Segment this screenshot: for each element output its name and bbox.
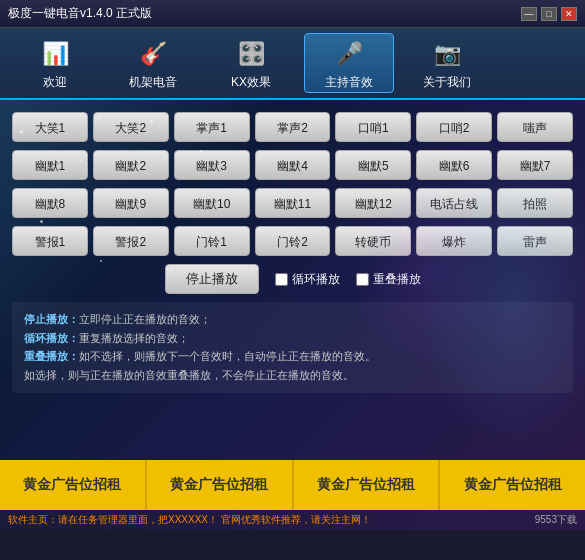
stop-button[interactable]: 停止播放 bbox=[165, 264, 259, 294]
sound-btn-幽默3[interactable]: 幽默3 bbox=[174, 150, 250, 180]
nav-item-host-sound[interactable]: 🎤主持音效 bbox=[304, 33, 394, 93]
maximize-button[interactable]: □ bbox=[541, 7, 557, 21]
sound-btn-幽默5[interactable]: 幽默5 bbox=[335, 150, 411, 180]
sound-btn-幽默9[interactable]: 幽默9 bbox=[93, 188, 169, 218]
sound-btn-口哨1[interactable]: 口哨1 bbox=[335, 112, 411, 142]
status-left-text: 软件主页：请在任务管理器里面，把XXXXXX！ 官网优秀软件推荐，请关注主网！ bbox=[8, 513, 371, 527]
desc-text: 如不选择，则播放下一个音效时，自动停止正在播放的音效。 bbox=[79, 350, 376, 362]
ad-bar: 黄金广告位招租黄金广告位招租黄金广告位招租黄金广告位招租 bbox=[0, 460, 585, 510]
sound-buttons-row1: 大笑1大笑2掌声1掌声2口哨1口哨2嗤声 bbox=[12, 112, 573, 142]
sound-btn-幽默6[interactable]: 幽默6 bbox=[416, 150, 492, 180]
sound-btn-门铃1[interactable]: 门铃1 bbox=[174, 226, 250, 256]
description-area: 停止播放：立即停止正在播放的音效；循环播放：重复播放选择的音效；重叠播放：如不选… bbox=[12, 302, 573, 393]
sound-btn-口哨2[interactable]: 口哨2 bbox=[416, 112, 492, 142]
repeat-checkbox[interactable] bbox=[356, 273, 369, 286]
status-bar: 软件主页：请在任务管理器里面，把XXXXXX！ 官网优秀软件推荐，请关注主网！ … bbox=[0, 510, 585, 530]
sound-btn-幽默4[interactable]: 幽默4 bbox=[255, 150, 331, 180]
sound-btn-雷声[interactable]: 雷声 bbox=[497, 226, 573, 256]
nav-label-host-sound: 主持音效 bbox=[325, 74, 373, 91]
sound-btn-电话占线[interactable]: 电话占线 bbox=[416, 188, 492, 218]
desc-text: 立即停止正在播放的音效； bbox=[79, 313, 211, 325]
sound-btn-警报2[interactable]: 警报2 bbox=[93, 226, 169, 256]
welcome-icon: 📊 bbox=[37, 36, 73, 72]
sound-btn-幽默2[interactable]: 幽默2 bbox=[93, 150, 169, 180]
desc-label: 重叠播放： bbox=[24, 350, 79, 362]
about-icon: 📷 bbox=[429, 36, 465, 72]
desc-line: 停止播放：立即停止正在播放的音效； bbox=[24, 310, 561, 329]
loop-checkbox[interactable] bbox=[275, 273, 288, 286]
desc-text: 如选择，则与正在播放的音效重叠播放，不会停止正在播放的音效。 bbox=[24, 369, 354, 381]
desc-line: 如选择，则与正在播放的音效重叠播放，不会停止正在播放的音效。 bbox=[24, 366, 561, 385]
sound-btn-幽默7[interactable]: 幽默7 bbox=[497, 150, 573, 180]
nav-bar: 📊欢迎🎸机架电音🎛️KX效果🎤主持音效📷关于我们 bbox=[0, 28, 585, 100]
loop-checkbox-label[interactable]: 循环播放 bbox=[275, 271, 340, 288]
title-text: 极度一键电音v1.4.0 正式版 bbox=[8, 5, 152, 22]
nav-item-rack-sound[interactable]: 🎸机架电音 bbox=[108, 33, 198, 93]
sound-btn-爆炸[interactable]: 爆炸 bbox=[416, 226, 492, 256]
rack-sound-icon: 🎸 bbox=[135, 36, 171, 72]
sound-btn-幽默10[interactable]: 幽默10 bbox=[174, 188, 250, 218]
sound-btn-掌声1[interactable]: 掌声1 bbox=[174, 112, 250, 142]
sound-buttons-row2: 幽默1幽默2幽默3幽默4幽默5幽默6幽默7 bbox=[12, 150, 573, 180]
main-content: 大笑1大笑2掌声1掌声2口哨1口哨2嗤声 幽默1幽默2幽默3幽默4幽默5幽默6幽… bbox=[0, 100, 585, 460]
desc-label: 停止播放： bbox=[24, 313, 79, 325]
status-right-text: 9553下载 bbox=[535, 513, 577, 527]
desc-line: 循环播放：重复播放选择的音效； bbox=[24, 329, 561, 348]
host-sound-icon: 🎤 bbox=[331, 36, 367, 72]
ad-item-1[interactable]: 黄金广告位招租 bbox=[147, 460, 294, 510]
ad-item-2[interactable]: 黄金广告位招租 bbox=[294, 460, 441, 510]
desc-text: 重复播放选择的音效； bbox=[79, 332, 189, 344]
sound-btn-幽默11[interactable]: 幽默11 bbox=[255, 188, 331, 218]
kx-effect-icon: 🎛️ bbox=[233, 36, 269, 72]
sound-btn-嗤声[interactable]: 嗤声 bbox=[497, 112, 573, 142]
control-row: 停止播放 循环播放 重叠播放 bbox=[12, 264, 573, 294]
minimize-button[interactable]: — bbox=[521, 7, 537, 21]
nav-label-rack-sound: 机架电音 bbox=[129, 74, 177, 91]
title-bar: 极度一键电音v1.4.0 正式版 — □ ✕ bbox=[0, 0, 585, 28]
repeat-checkbox-label[interactable]: 重叠播放 bbox=[356, 271, 421, 288]
desc-line: 重叠播放：如不选择，则播放下一个音效时，自动停止正在播放的音效。 bbox=[24, 347, 561, 366]
title-controls: — □ ✕ bbox=[521, 7, 577, 21]
nav-label-kx-effect: KX效果 bbox=[231, 74, 271, 91]
sound-btn-幽默1[interactable]: 幽默1 bbox=[12, 150, 88, 180]
repeat-label: 重叠播放 bbox=[373, 271, 421, 288]
sound-btn-警报1[interactable]: 警报1 bbox=[12, 226, 88, 256]
nav-item-welcome[interactable]: 📊欢迎 bbox=[10, 33, 100, 93]
sound-btn-转硬币[interactable]: 转硬币 bbox=[335, 226, 411, 256]
nav-label-welcome: 欢迎 bbox=[43, 74, 67, 91]
sound-btn-掌声2[interactable]: 掌声2 bbox=[255, 112, 331, 142]
nav-item-kx-effect[interactable]: 🎛️KX效果 bbox=[206, 33, 296, 93]
sound-btn-大笑2[interactable]: 大笑2 bbox=[93, 112, 169, 142]
sound-btn-大笑1[interactable]: 大笑1 bbox=[12, 112, 88, 142]
sound-btn-门铃2[interactable]: 门铃2 bbox=[255, 226, 331, 256]
sound-btn-幽默8[interactable]: 幽默8 bbox=[12, 188, 88, 218]
sound-btn-幽默12[interactable]: 幽默12 bbox=[335, 188, 411, 218]
nav-label-about: 关于我们 bbox=[423, 74, 471, 91]
ad-item-3[interactable]: 黄金广告位招租 bbox=[440, 460, 585, 510]
ad-item-0[interactable]: 黄金广告位招租 bbox=[0, 460, 147, 510]
sound-buttons-row3: 幽默8幽默9幽默10幽默11幽默12电话占线拍照 bbox=[12, 188, 573, 218]
close-button[interactable]: ✕ bbox=[561, 7, 577, 21]
sound-buttons-row4: 警报1警报2门铃1门铃2转硬币爆炸雷声 bbox=[12, 226, 573, 256]
loop-label: 循环播放 bbox=[292, 271, 340, 288]
sound-btn-拍照[interactable]: 拍照 bbox=[497, 188, 573, 218]
desc-label: 循环播放： bbox=[24, 332, 79, 344]
nav-item-about[interactable]: 📷关于我们 bbox=[402, 33, 492, 93]
